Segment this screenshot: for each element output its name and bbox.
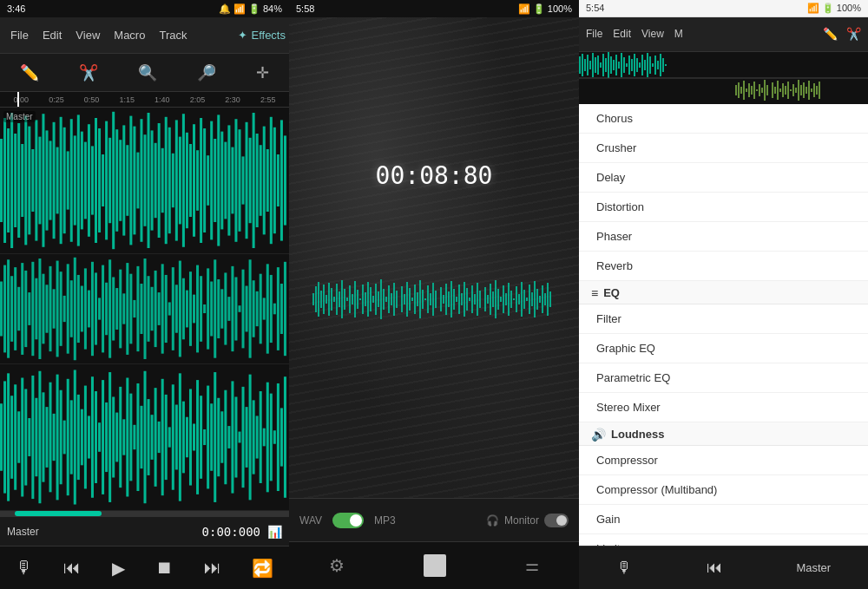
fx-item-filter[interactable]: Filter [579,304,868,334]
menu-view[interactable]: View [69,29,107,42]
svg-rect-211 [155,388,157,487]
svg-rect-105 [74,258,76,360]
effects-menu: Chorus Crusher Delay Distortion Phaser R… [579,104,868,546]
status-icons-right: 📶 🔋 100% [807,3,861,14]
svg-rect-68 [234,119,237,242]
right-menu-view[interactable]: View [641,28,664,40]
scroll-indicator[interactable] [0,511,289,516]
svg-rect-44 [151,130,154,230]
track-row-2[interactable] [0,254,289,364]
player-stop-button[interactable] [424,554,446,577]
fx-item-phaser[interactable]: Phaser [579,222,868,252]
player-area[interactable]: 00:08:80 [289,17,579,498]
svg-rect-96 [42,274,44,344]
play-button[interactable]: ▶ [112,558,125,579]
right-edit-icon[interactable]: ✏️ [823,27,838,41]
svg-rect-71 [246,122,248,239]
right-menu-m[interactable]: M [674,28,683,40]
move-tool-icon[interactable]: ✛ [256,63,269,82]
right-skip-back-button[interactable]: ⏮ [707,559,722,577]
track-row-master[interactable]: Master [0,108,289,254]
fx-item-parametric-eq[interactable]: Parametric EQ [579,363,868,393]
fx-item-compressor[interactable]: Compressor [579,446,868,475]
track-name-display[interactable]: Master [7,526,39,538]
top-menu-left: File Edit View Macro Track ✦ Effects [0,17,289,54]
waveform-area[interactable]: Master [0,108,289,511]
ruler-marks: 0:00 0:25 0:50 1:15 1:40 2:05 2:30 2:55 [3,95,286,104]
svg-rect-16 [53,122,56,239]
mic-button[interactable]: 🎙 [16,558,33,578]
right-mic-button[interactable]: 🎙 [616,559,632,577]
fx-item-distortion[interactable]: Distortion [579,193,868,222]
svg-rect-63 [217,115,220,245]
svg-rect-367 [641,55,643,75]
svg-rect-298 [440,287,442,311]
fx-item-gain[interactable]: Gain [579,505,868,534]
fx-item-crusher[interactable]: Crusher [579,134,868,163]
svg-rect-224 [200,396,202,479]
svg-rect-42 [143,134,146,226]
cut-tool-icon[interactable]: ✂️ [79,63,98,82]
svg-rect-73 [253,113,255,248]
right-cut-icon[interactable]: ✂️ [846,27,861,41]
svg-rect-409 [816,86,818,95]
svg-rect-251 [318,282,319,317]
svg-rect-231 [224,390,227,485]
svg-rect-23 [77,115,80,245]
bottom-bar-left: Master 0:00:000 📊 [0,516,289,546]
svg-rect-364 [634,54,635,76]
fx-item-delay[interactable]: Delay [579,163,868,193]
menu-track[interactable]: Track [152,29,194,42]
menu-macro[interactable]: Macro [107,29,152,42]
svg-rect-3 [7,128,10,232]
right-top-menu: File Edit View M ✏️ ✂️ [579,17,868,52]
zoom-out-icon[interactable]: 🔎 [197,63,216,82]
player-controls: ⚙ ⚌ [289,541,579,589]
svg-rect-25 [84,142,87,219]
zoom-in-icon[interactable]: 🔍 [138,63,157,82]
fx-item-graphic-eq[interactable]: Graphic EQ [579,334,868,363]
svg-rect-7 [21,144,23,217]
svg-rect-170 [10,396,13,479]
menu-file[interactable]: File [3,29,36,42]
equalizer-icon[interactable]: ⚌ [525,556,539,575]
svg-rect-331 [526,298,528,301]
svg-rect-248 [284,376,286,498]
wav-mp3-toggle[interactable] [332,513,364,528]
menu-edit[interactable]: Edit [36,29,69,42]
svg-rect-213 [161,379,164,495]
mini-waveform-container [312,278,556,321]
svg-rect-76 [263,127,266,235]
edit-tool-icon[interactable]: ✏️ [20,63,39,82]
svg-rect-230 [220,411,223,462]
svg-rect-159 [263,298,266,319]
panel-left: 3:46 🔔 📶 🔋 84% File Edit View Macro Trac… [0,0,289,589]
svg-rect-131 [165,275,168,343]
svg-rect-292 [424,298,426,300]
skip-back-button[interactable]: ⏮ [63,558,81,578]
player-settings-button[interactable]: ⚙ [329,555,345,576]
stop-button[interactable]: ⏹ [155,558,173,578]
fx-item-reverb[interactable]: Reverb [579,252,868,281]
svg-rect-250 [315,286,317,312]
track-row-3[interactable] [0,364,289,511]
fx-item-compressor-multiband[interactable]: Compressor (Multiband) [579,475,868,505]
svg-rect-79 [273,128,276,233]
svg-rect-53 [182,114,185,247]
svg-rect-40 [136,153,139,209]
fx-item-stereo-mixer[interactable]: Stereo Mixer [579,393,868,422]
fx-item-chorus[interactable]: Chorus [579,104,868,134]
right-menu-file[interactable]: File [586,28,602,40]
svg-rect-46 [158,123,161,238]
svg-rect-374 [660,54,661,76]
right-menu-edit[interactable]: Edit [613,28,631,40]
skip-forward-button[interactable]: ⏭ [204,558,221,578]
svg-rect-45 [155,143,157,218]
right-toolbar: ✏️ ✂️ [823,27,861,41]
fx-item-limiter[interactable]: Limiter [579,534,868,546]
loop-button[interactable]: 🔁 [252,558,273,579]
svg-rect-256 [331,288,332,311]
monitor-toggle[interactable] [544,514,569,527]
svg-rect-406 [808,81,810,100]
effects-button[interactable]: ✦ Effects [238,29,286,42]
